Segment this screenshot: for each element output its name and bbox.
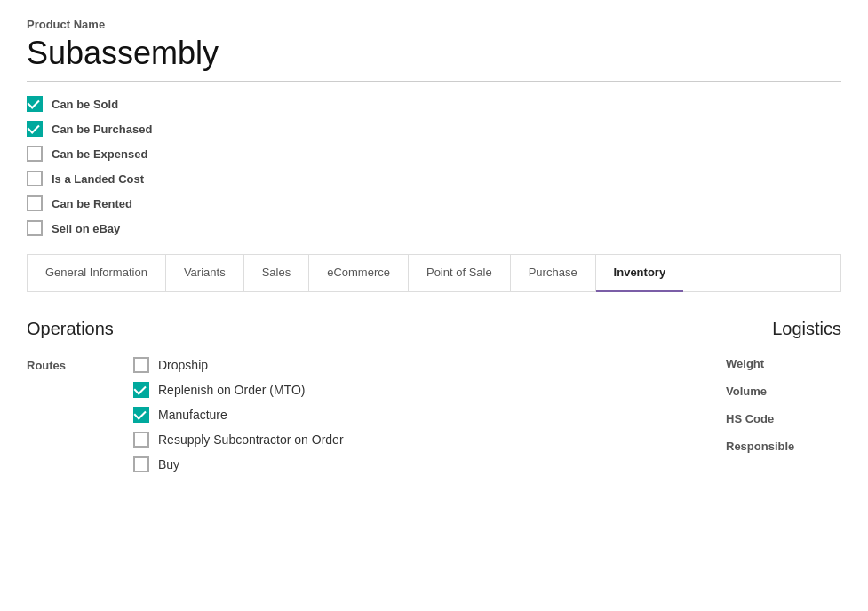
checkbox-can-be-purchased[interactable]	[27, 121, 43, 137]
routes-checkboxes: DropshipReplenish on Order (MTO)Manufact…	[133, 357, 344, 472]
logistics-item-volume: Volume	[726, 385, 841, 398]
checkbox-item-is-a-landed-cost: Is a Landed Cost	[27, 171, 841, 186]
product-name-label-container: Product Name Subassembly	[27, 18, 841, 72]
tab-divider	[27, 291, 841, 292]
checkbox-item-can-be-purchased: Can be Purchased	[27, 121, 841, 137]
route-item-replenish-on-order: Replenish on Order (MTO)	[133, 382, 344, 398]
tab-inventory[interactable]: Inventory	[596, 255, 684, 292]
tab-variants[interactable]: Variants	[166, 255, 244, 291]
logistics-title: Logistics	[726, 319, 841, 339]
route-label-manufacture: Manufacture	[158, 408, 227, 422]
route-item-resupply-subcontractor: Resupply Subcontractor on Order	[133, 432, 344, 448]
checkbox-item-can-be-sold: Can be Sold	[27, 96, 841, 112]
logistics-item-hs-code: HS Code	[726, 412, 841, 425]
checkbox-can-be-expensed[interactable]	[27, 146, 43, 162]
logistics-item-weight: Weight	[726, 357, 841, 370]
tab-ecommerce[interactable]: eCommerce	[309, 255, 409, 291]
routes-row: Routes DropshipReplenish on Order (MTO)M…	[27, 357, 560, 472]
route-label-resupply-subcontractor: Resupply Subcontractor on Order	[158, 432, 344, 447]
logistics-section: Logistics WeightVolumeHS CodeResponsible	[708, 319, 841, 472]
route-checkbox-buy[interactable]	[133, 456, 149, 472]
checkbox-label-sell-on-ebay: Sell on eBay	[52, 222, 120, 235]
operations-section: Operations Routes DropshipReplenish on O…	[27, 319, 560, 472]
tabs-container: General InformationVariantsSaleseCommerc…	[27, 254, 841, 291]
checkbox-item-sell-on-ebay: Sell on eBay	[27, 220, 841, 236]
route-label-buy: Buy	[158, 457, 179, 472]
logistics-item-responsible: Responsible	[726, 440, 841, 453]
checkbox-can-be-rented[interactable]	[27, 195, 43, 211]
checkbox-label-can-be-sold: Can be Sold	[52, 98, 118, 111]
route-item-manufacture: Manufacture	[133, 407, 344, 423]
tab-sales[interactable]: Sales	[244, 255, 310, 291]
route-label-dropship: Dropship	[158, 358, 208, 372]
content-area: Operations Routes DropshipReplenish on O…	[27, 319, 841, 472]
checkbox-label-can-be-rented: Can be Rented	[52, 197, 132, 210]
operations-title: Operations	[27, 319, 560, 339]
route-checkbox-resupply-subcontractor[interactable]	[133, 432, 149, 448]
route-item-dropship: Dropship	[133, 357, 344, 373]
checkbox-can-be-sold[interactable]	[27, 96, 43, 112]
route-checkbox-dropship[interactable]	[133, 357, 149, 373]
routes-label: Routes	[27, 357, 115, 372]
checkbox-label-can-be-purchased: Can be Purchased	[52, 123, 152, 136]
checkbox-sell-on-ebay[interactable]	[27, 220, 43, 236]
tab-purchase[interactable]: Purchase	[511, 255, 596, 291]
tab-point-of-sale[interactable]: Point of Sale	[409, 255, 511, 291]
title-divider	[27, 81, 841, 82]
logistics-items: WeightVolumeHS CodeResponsible	[726, 357, 841, 453]
route-checkbox-manufacture[interactable]	[133, 407, 149, 423]
product-name-label: Product Name	[27, 18, 841, 31]
checkbox-label-can-be-expensed: Can be Expensed	[52, 147, 147, 161]
tab-general-information[interactable]: General Information	[28, 255, 166, 291]
route-item-buy: Buy	[133, 456, 344, 472]
checkbox-label-is-a-landed-cost: Is a Landed Cost	[52, 172, 144, 186]
checkbox-item-can-be-expensed: Can be Expensed	[27, 146, 841, 162]
route-label-replenish-on-order: Replenish on Order (MTO)	[158, 383, 305, 397]
route-checkbox-replenish-on-order[interactable]	[133, 382, 149, 398]
checkbox-is-a-landed-cost[interactable]	[27, 171, 43, 186]
checkboxes-section: Can be SoldCan be PurchasedCan be Expens…	[27, 96, 841, 236]
product-name-title: Subassembly	[27, 35, 841, 72]
checkbox-item-can-be-rented: Can be Rented	[27, 195, 841, 211]
